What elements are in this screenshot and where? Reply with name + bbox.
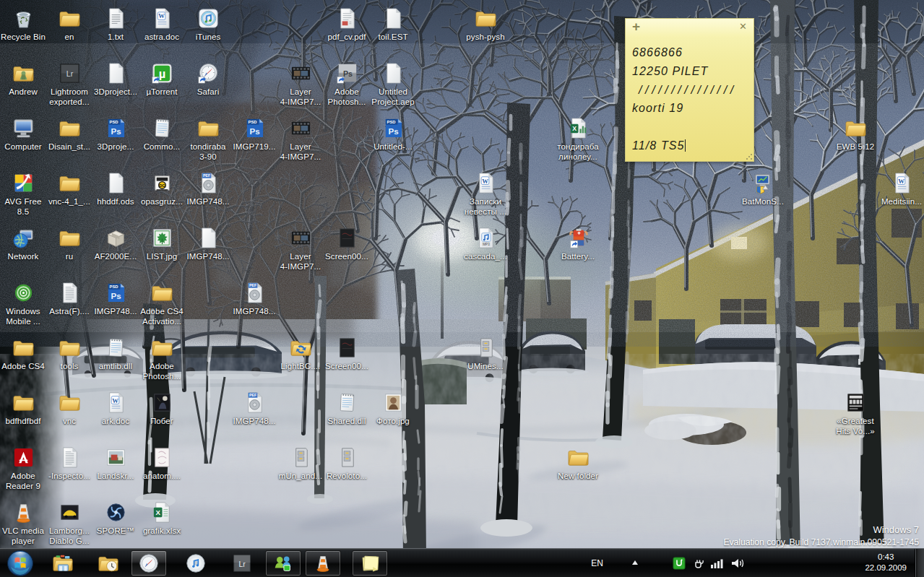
svg-text:Lr: Lr bbox=[238, 560, 246, 568]
